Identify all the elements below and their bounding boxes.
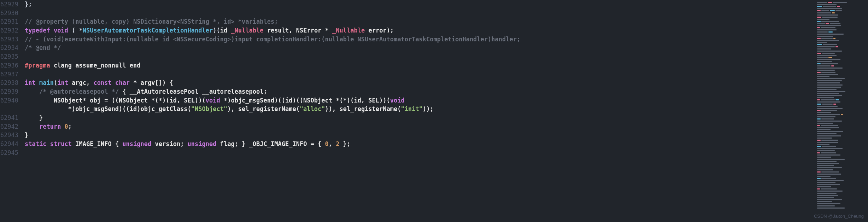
- minimap-row: [817, 146, 866, 147]
- minimap-row: [817, 197, 866, 198]
- minimap-row: [817, 167, 866, 168]
- minimap-row: [817, 16, 866, 18]
- minimap-row: [817, 190, 866, 192]
- minimap-row: [817, 139, 866, 141]
- code-line[interactable]: 62932typedef void ( *NSUserAutomatorTask…: [0, 26, 815, 35]
- minimap-row: [817, 152, 866, 153]
- minimap-row: [817, 90, 866, 92]
- line-number: 62937: [0, 70, 25, 79]
- code-line[interactable]: 62941 }: [0, 113, 815, 122]
- line-number: 62936: [0, 61, 25, 70]
- minimap-row: [817, 50, 866, 52]
- minimap-row: [817, 10, 866, 11]
- minimap-row: [817, 12, 866, 13]
- code-line[interactable]: 62938int main(int argc, const char * arg…: [0, 78, 815, 87]
- code-line[interactable]: 62931// @property (nullable, copy) NSDic…: [0, 17, 815, 26]
- minimap-row: [817, 116, 866, 117]
- code-content[interactable]: int main(int argc, const char * argv[]) …: [25, 78, 173, 87]
- minimap-row: [817, 127, 866, 128]
- watermark: CSDN @Jaxon_Cheung: [814, 213, 864, 220]
- minimap-row: [817, 42, 866, 43]
- minimap-row: [817, 199, 866, 200]
- minimap-row: [817, 110, 866, 111]
- code-content[interactable]: // @property (nullable, copy) NSDictiona…: [25, 17, 278, 26]
- code-line[interactable]: 62933// - (void)executeWithInput:(nullab…: [0, 35, 815, 44]
- minimap-row: [817, 184, 866, 185]
- minimap-row: [817, 76, 866, 77]
- code-content[interactable]: };: [25, 0, 32, 9]
- code-content[interactable]: NSObject* obj = ((NSObject *(*)(id, SEL)…: [25, 96, 405, 105]
- minimap-row: [817, 33, 866, 35]
- minimap-row: [817, 105, 866, 107]
- minimap-row: [817, 203, 866, 204]
- minimap-row: [817, 52, 866, 54]
- minimap-row: [817, 82, 866, 83]
- code-line[interactable]: 62939 /* @autoreleasepool */ { __AtAutor…: [0, 87, 815, 96]
- code-line[interactable]: 62934/* @end */: [0, 43, 815, 52]
- minimap-row: [817, 84, 866, 86]
- minimap-row: [817, 160, 866, 162]
- minimap-row: [817, 99, 866, 100]
- minimap-row: [817, 31, 866, 33]
- code-line[interactable]: 62930: [0, 9, 815, 18]
- minimap-row: [817, 169, 866, 170]
- minimap-row: [817, 122, 866, 124]
- minimap-row: [817, 154, 866, 156]
- minimap-row: [817, 4, 866, 5]
- line-number: 62933: [0, 35, 25, 44]
- code-content[interactable]: *)objc_msgSend)((id)objc_getClass("NSObj…: [25, 105, 434, 113]
- code-content[interactable]: // - (void)executeWithInput:(nullable id…: [25, 35, 520, 44]
- line-number: 62941: [0, 113, 25, 122]
- minimap-row: [817, 74, 866, 75]
- code-content[interactable]: }: [25, 113, 43, 122]
- minimap-row: [817, 186, 866, 187]
- minimap-row: [817, 97, 866, 98]
- code-line[interactable]: 62943}: [0, 131, 815, 140]
- code-content[interactable]: static struct IMAGE_INFO { unsigned vers…: [25, 140, 350, 148]
- code-content[interactable]: /* @end */: [25, 43, 61, 52]
- code-content[interactable]: return 0;: [25, 122, 72, 131]
- minimap-row: [817, 95, 866, 96]
- minimap-row: [817, 114, 866, 115]
- code-line[interactable]: 62936#pragma clang assume_nonnull end: [0, 61, 815, 70]
- minimap-row: [817, 201, 866, 202]
- code-line[interactable]: 62937: [0, 70, 815, 79]
- code-line[interactable]: 62940 NSObject* obj = ((NSObject *(*)(id…: [0, 96, 815, 105]
- line-number: 62939: [0, 87, 25, 96]
- minimap-row: [817, 107, 866, 109]
- minimap-row: [817, 8, 866, 9]
- code-line[interactable]: 62945: [0, 148, 815, 157]
- code-line[interactable]: 62935: [0, 52, 815, 61]
- minimap-row: [817, 93, 866, 94]
- minimap-row: [817, 78, 866, 79]
- minimap-row: [817, 180, 866, 181]
- minimap-row: [817, 194, 866, 196]
- minimap-row: [817, 18, 866, 20]
- code-line[interactable]: 62942 return 0;: [0, 122, 815, 131]
- minimap-row: [817, 61, 866, 62]
- minimap-row: [817, 148, 866, 149]
- code-content[interactable]: #pragma clang assume_nonnull end: [25, 61, 141, 70]
- minimap-row: [817, 35, 866, 37]
- minimap-row: [817, 21, 866, 22]
- code-line[interactable]: *)objc_msgSend)((id)objc_getClass("NSObj…: [0, 105, 815, 113]
- code-content[interactable]: typedef void ( *NSUserAutomatorTaskCompl…: [25, 26, 394, 35]
- minimap-row: [817, 144, 866, 145]
- minimap[interactable]: [815, 0, 868, 222]
- minimap-row: [817, 25, 866, 26]
- minimap-row: [817, 37, 866, 39]
- minimap-row: [817, 80, 866, 81]
- line-number: 62932: [0, 26, 25, 35]
- line-number: 62942: [0, 122, 25, 131]
- minimap-row: [817, 14, 866, 16]
- code-editor[interactable]: 62929};6293062931// @property (nullable,…: [0, 0, 815, 222]
- minimap-row: [817, 101, 866, 103]
- code-content[interactable]: }: [25, 131, 28, 140]
- code-content[interactable]: /* @autoreleasepool */ { __AtAutorelease…: [25, 87, 267, 96]
- code-line[interactable]: 62944static struct IMAGE_INFO { unsigned…: [0, 140, 815, 148]
- minimap-row: [817, 71, 866, 73]
- code-line[interactable]: 62929};: [0, 0, 815, 9]
- minimap-row: [817, 1, 866, 3]
- minimap-row: [817, 44, 866, 45]
- minimap-row: [817, 63, 866, 64]
